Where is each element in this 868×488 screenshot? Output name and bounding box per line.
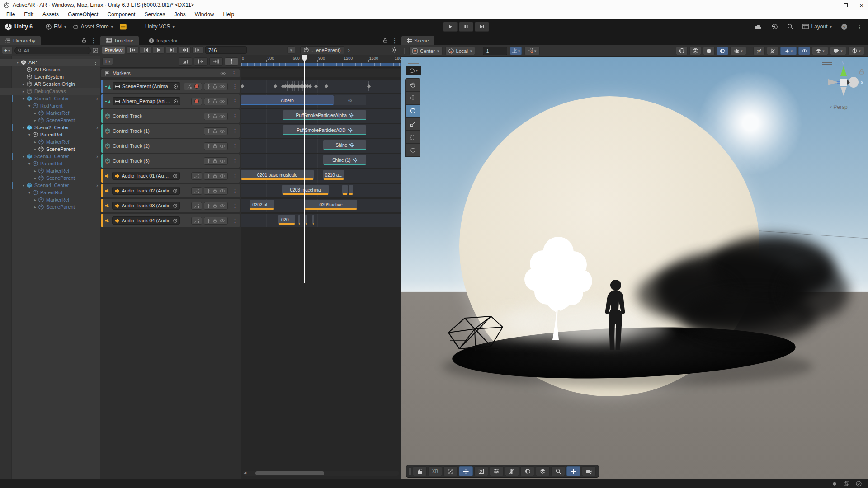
hierarchy-item-parentrot[interactable]: ▾ParentRot (0, 189, 100, 196)
foldout-closed-icon[interactable]: ▸ (21, 82, 26, 86)
prev-frame-button[interactable] (140, 46, 151, 54)
eye-icon[interactable] (219, 174, 225, 178)
pause-button[interactable] (459, 22, 473, 32)
pivot-mode-dropdown[interactable]: Center▾ (409, 47, 443, 55)
curves-icon[interactable] (186, 84, 192, 89)
foldout-open-icon[interactable]: ▾ (27, 104, 32, 108)
replace-mode-button[interactable] (209, 57, 223, 66)
track-binding-field[interactable]: SceneParent (Anima (113, 82, 180, 90)
projection-label[interactable]: ‹ Persp (830, 104, 848, 110)
clip-0201-base-musicale[interactable]: 0201 base musicale (241, 170, 314, 180)
hierarchy-item-markerref[interactable]: ▸MarkerRef (0, 109, 100, 117)
track-extra-buttons[interactable] (191, 202, 202, 210)
scrollbar-thumb[interactable] (255, 471, 324, 475)
ripple-mode-button[interactable] (194, 57, 208, 66)
track-binding-field[interactable]: Audio Track 02 (Audio (112, 187, 180, 195)
pin-icon[interactable] (207, 218, 211, 223)
eye-icon[interactable] (219, 189, 225, 193)
hierarchy-item-parentrot[interactable]: ▾ParentRot (0, 131, 100, 138)
rotate-tool[interactable] (405, 104, 420, 117)
track-toggle-buttons[interactable] (204, 83, 228, 90)
menu-edit[interactable]: Edit (19, 10, 38, 19)
scroll-left-arrow[interactable]: ◀ (244, 471, 246, 475)
curves-icon[interactable] (194, 174, 199, 178)
menu-services[interactable]: Services (140, 10, 170, 19)
foldout-open-icon[interactable]: ▾ (21, 97, 26, 101)
track-lane-sceneparent-anima[interactable] (241, 80, 401, 93)
timeline-settings-gear-icon[interactable] (392, 47, 397, 53)
tab-hierarchy[interactable]: Hierarchy (0, 36, 41, 45)
track-menu-icon[interactable]: ⋮ (232, 203, 237, 209)
menu-window[interactable]: Window (190, 10, 219, 19)
foldout-open-icon[interactable]: ▾ (21, 155, 26, 159)
track-toggle-buttons[interactable] (204, 157, 228, 165)
eye-icon[interactable] (219, 204, 225, 208)
track-menu-icon[interactable]: ⋮ (232, 113, 237, 119)
foldout-open-icon[interactable]: ▾ (15, 61, 20, 65)
timeline-ruler[interactable]: 0300600900120015001800 (241, 55, 401, 68)
clip-albero[interactable]: Albero (241, 95, 334, 105)
track-header-audio-track-04-audio[interactable]: Audio Track 04 (Audio ⋮ (101, 214, 240, 227)
pick-window-icon[interactable] (93, 48, 98, 53)
clip-small[interactable] (298, 215, 300, 225)
clip-0202-al[interactable]: 0202 al... (250, 200, 274, 210)
skip-start-button[interactable] (127, 46, 138, 54)
foldout-open-icon[interactable]: ▾ (27, 162, 32, 166)
prefab-overlay-button[interactable] (536, 466, 550, 476)
eye-icon[interactable] (219, 99, 225, 103)
track-lane-audio-track-02-audio[interactable]: 0203 macchina (241, 184, 401, 197)
account-dropdown[interactable]: EM ▾ (46, 23, 66, 30)
track-header-sceneparent-anima[interactable]: SceneParent (Anima ⋮ (101, 80, 240, 93)
track-menu-icon[interactable]: ⋮ (232, 158, 237, 164)
search-icon[interactable] (787, 23, 793, 30)
tab-timeline[interactable]: Timeline (100, 36, 139, 45)
gizmos-dropdown[interactable]: ▾ (848, 47, 864, 55)
pin-icon[interactable] (207, 203, 211, 208)
track-header-audio-track-01-audio-s[interactable]: Audio Track 01 (Audio S ⋮ (101, 169, 240, 183)
track-menu-icon[interactable]: ⋮ (232, 218, 237, 224)
clip-puffsmokeparticlesalpha[interactable]: PuffSmokeParticlesAlpha (283, 110, 366, 120)
grid-visibility-dropdown[interactable]: ▾ (524, 47, 540, 55)
track-extra-buttons[interactable] (191, 187, 202, 195)
foldout-closed-icon[interactable]: ▸ (33, 198, 38, 202)
grid-size-field[interactable]: 1 (483, 47, 507, 55)
menu-assets[interactable]: Assets (38, 10, 63, 19)
keyframe-diamond[interactable] (274, 84, 277, 88)
foldout-open-icon[interactable]: ▾ (27, 133, 32, 137)
hierarchy-item-ar-session[interactable]: AR Session (0, 66, 100, 73)
track-toggle-buttons[interactable] (204, 142, 228, 150)
help-icon[interactable]: ? (841, 23, 848, 30)
track-menu-icon[interactable]: ⋮ (232, 128, 237, 134)
grid-snapping-toggle[interactable]: y ▾ (510, 47, 522, 55)
transform-tool[interactable] (405, 144, 420, 157)
lock-icon[interactable] (213, 218, 217, 223)
background-tasks-icon[interactable] (844, 481, 849, 487)
track-lane-control-track[interactable]: PuffSmokeParticlesAlpha (241, 109, 401, 123)
foldout-closed-icon[interactable]: ▸ (33, 147, 38, 151)
draw-mode-dropdown[interactable] (676, 47, 688, 55)
effects-dropdown[interactable]: ▾ (730, 47, 746, 55)
object-picker-icon[interactable] (173, 188, 178, 193)
track-lane-control-track-2[interactable]: Shine (241, 139, 401, 153)
track-toggle-buttons[interactable] (204, 202, 228, 210)
step-button[interactable] (475, 22, 489, 32)
track-extra-buttons[interactable] (191, 217, 202, 225)
handle-rotation-dropdown[interactable]: Local▾ (445, 47, 476, 55)
audio-toggle[interactable] (717, 47, 728, 55)
close-button[interactable]: × (859, 2, 863, 9)
skip-end-button[interactable] (179, 46, 191, 54)
next-frame-button[interactable] (166, 46, 178, 54)
track-header-audio-track-03-audio[interactable]: Audio Track 03 (Audio ⋮ (101, 199, 240, 212)
vcs-dropdown[interactable]: Unity VCS ▾ (145, 23, 175, 30)
track-menu-icon[interactable]: ⋮ (232, 173, 237, 179)
play-button[interactable] (443, 22, 458, 32)
rect-tool[interactable] (405, 131, 420, 144)
lock-icon[interactable] (383, 38, 387, 43)
pin-icon[interactable] (207, 188, 211, 193)
record-icon[interactable] (194, 84, 199, 89)
hierarchy-item-sceneparent[interactable]: ▸SceneParent (0, 117, 100, 124)
hierarchy-item-eventsystem[interactable]: EventSystem (0, 73, 100, 80)
properties-overlay-button[interactable] (490, 466, 504, 476)
navigation-overlay-button[interactable] (443, 466, 458, 476)
track-toggle-buttons[interactable] (204, 187, 228, 195)
